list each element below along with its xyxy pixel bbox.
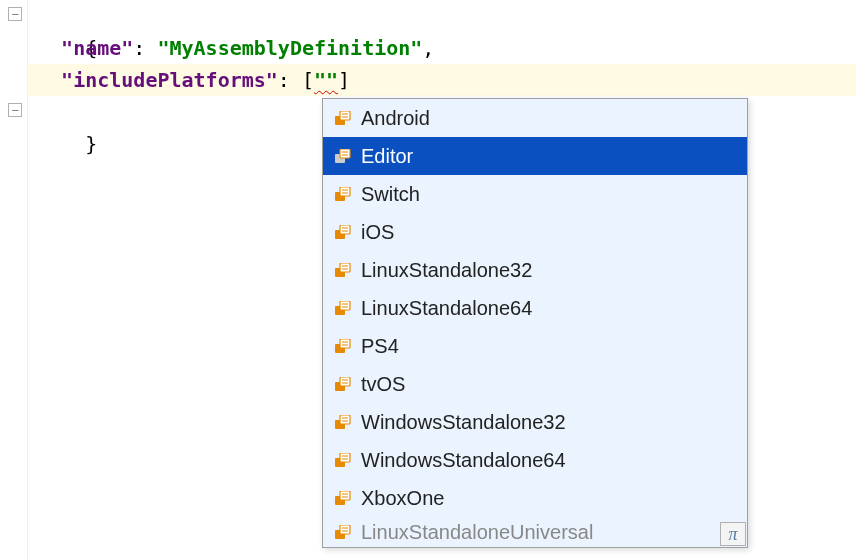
completion-item[interactable]: Switch bbox=[323, 175, 747, 213]
completion-label: Editor bbox=[361, 137, 413, 175]
completion-label: PS4 bbox=[361, 327, 399, 365]
cursor-string[interactable]: "" bbox=[314, 68, 338, 92]
enum-icon bbox=[335, 301, 355, 315]
completion-label: LinuxStandalone64 bbox=[361, 289, 532, 327]
completion-item[interactable]: XboxOne bbox=[323, 479, 747, 517]
code-line: "includePlatforms": [""] bbox=[34, 64, 856, 96]
enum-icon bbox=[335, 225, 355, 239]
svg-rect-13 bbox=[340, 225, 350, 234]
completion-label: WindowsStandalone64 bbox=[361, 441, 566, 479]
svg-rect-29 bbox=[340, 377, 350, 386]
enum-icon bbox=[335, 415, 355, 429]
svg-rect-21 bbox=[340, 301, 350, 310]
completion-item[interactable]: Android bbox=[323, 99, 747, 137]
json-key-name: name bbox=[73, 36, 121, 60]
completion-item-truncated[interactable]: LinuxStandaloneUniversal bbox=[323, 517, 747, 547]
brace-close: } bbox=[85, 132, 97, 156]
completion-label: iOS bbox=[361, 213, 394, 251]
code-line: { bbox=[34, 0, 856, 32]
svg-rect-5 bbox=[340, 149, 350, 158]
completion-item[interactable]: LinuxStandalone64 bbox=[323, 289, 747, 327]
enum-icon bbox=[335, 111, 355, 125]
code-line: "name": "MyAssemblyDefinition", bbox=[34, 32, 856, 64]
svg-rect-25 bbox=[340, 339, 350, 348]
completion-item[interactable]: iOS bbox=[323, 213, 747, 251]
enum-icon bbox=[335, 517, 355, 539]
svg-rect-17 bbox=[340, 263, 350, 272]
editor-gutter: − − bbox=[0, 0, 28, 560]
completion-item[interactable]: PS4 bbox=[323, 327, 747, 365]
enum-icon bbox=[335, 339, 355, 353]
completion-item[interactable]: LinuxStandalone32 bbox=[323, 251, 747, 289]
completion-item[interactable]: tvOS bbox=[323, 365, 747, 403]
completion-popup: Android Editor Switch iOS LinuxStandalon… bbox=[322, 98, 748, 548]
completion-item[interactable]: Editor bbox=[323, 137, 747, 175]
svg-rect-37 bbox=[340, 453, 350, 462]
completion-label: tvOS bbox=[361, 365, 405, 403]
json-value-name: "MyAssemblyDefinition" bbox=[157, 36, 422, 60]
svg-rect-33 bbox=[340, 415, 350, 424]
enum-icon bbox=[335, 453, 355, 467]
completion-label: LinuxStandaloneUniversal bbox=[361, 517, 593, 547]
svg-rect-41 bbox=[340, 491, 350, 500]
fold-marker-close[interactable]: − bbox=[8, 103, 22, 117]
svg-rect-9 bbox=[340, 187, 350, 196]
enum-icon bbox=[335, 263, 355, 277]
svg-rect-45 bbox=[340, 525, 350, 534]
completion-label: WindowsStandalone32 bbox=[361, 403, 566, 441]
completion-label: Switch bbox=[361, 175, 420, 213]
completion-item[interactable]: WindowsStandalone64 bbox=[323, 441, 747, 479]
pi-settings-badge[interactable]: π bbox=[720, 522, 746, 546]
completion-label: LinuxStandalone32 bbox=[361, 251, 532, 289]
enum-icon bbox=[335, 187, 355, 201]
completion-label: Android bbox=[361, 99, 430, 137]
completion-item[interactable]: WindowsStandalone32 bbox=[323, 403, 747, 441]
json-key-includeplatforms: includePlatforms bbox=[73, 68, 266, 92]
enum-icon bbox=[335, 377, 355, 391]
completion-label: XboxOne bbox=[361, 479, 444, 517]
fold-marker-open[interactable]: − bbox=[8, 7, 22, 21]
enum-icon bbox=[335, 491, 355, 505]
svg-rect-1 bbox=[340, 111, 350, 120]
enum-icon bbox=[335, 149, 355, 163]
